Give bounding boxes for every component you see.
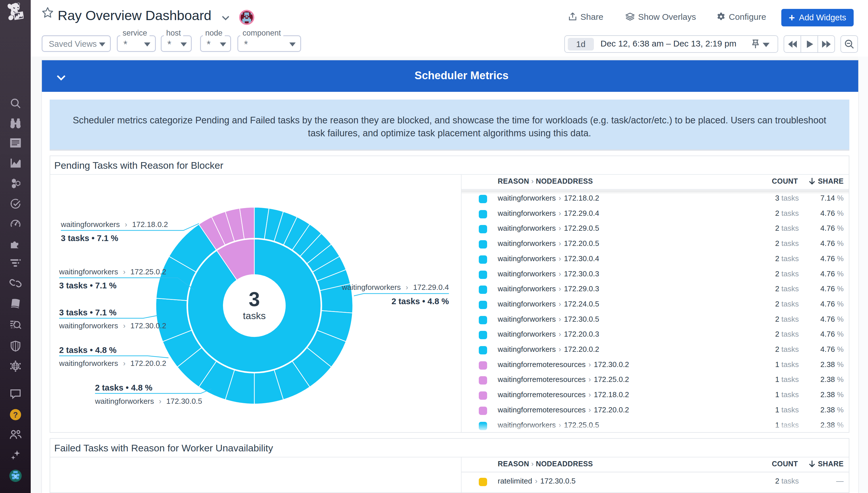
svg-text:3: 3 (249, 288, 260, 310)
svg-text:?: ? (13, 411, 18, 419)
svg-text:tasks: tasks (243, 310, 266, 321)
